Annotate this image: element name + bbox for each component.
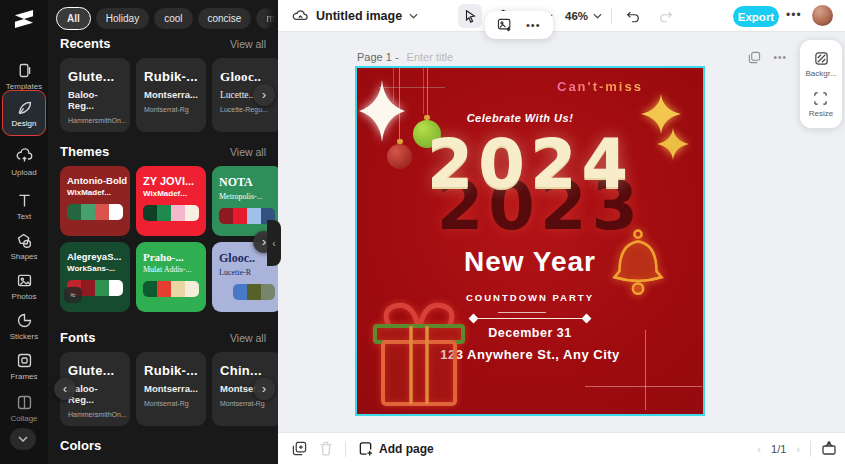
resize-tool-button[interactable]: Resize bbox=[809, 91, 833, 118]
theme-card-sub: Mulat Addis-... bbox=[143, 265, 199, 274]
replace-image-icon[interactable] bbox=[497, 18, 513, 32]
theme-swatches bbox=[67, 204, 123, 220]
themes-view-all-link[interactable]: View all bbox=[230, 146, 266, 158]
theme-card-sub: WixMadef... bbox=[143, 189, 199, 198]
app-window: Templates Design Upload Text Shapes Phot… bbox=[0, 0, 845, 464]
page-header-row: Page 1 - Enter title ••• bbox=[357, 50, 787, 64]
font-card[interactable]: Rubik-... Montserra... Montserrat-Rg bbox=[136, 352, 206, 426]
project-title-chevron-icon[interactable] bbox=[409, 13, 418, 19]
poster-tagline-text[interactable]: Can't-miss bbox=[557, 79, 677, 94]
sidebar-more-button[interactable] bbox=[10, 428, 36, 450]
theme-swatches bbox=[233, 284, 275, 300]
select-tool-button[interactable] bbox=[458, 4, 482, 28]
font-card-detail: HammersmithOn... bbox=[68, 411, 122, 418]
filter-chip-cool[interactable]: cool bbox=[154, 8, 192, 29]
theme-card-name: NOTA bbox=[219, 175, 275, 190]
theme-card-name: Antonio-Bold bbox=[67, 175, 123, 186]
theme-card-name: ZY JOVI... bbox=[143, 175, 199, 187]
panel-collapse-handle[interactable]: ‹ bbox=[267, 220, 281, 266]
redo-button[interactable] bbox=[654, 4, 678, 28]
export-button[interactable]: Export bbox=[733, 6, 779, 27]
recents-view-all-link[interactable]: View all bbox=[230, 38, 266, 50]
duplicate-page-icon[interactable] bbox=[748, 51, 761, 64]
divider bbox=[810, 441, 811, 457]
duplicate-page-button[interactable] bbox=[292, 441, 307, 456]
avatar[interactable] bbox=[812, 5, 833, 26]
zoom-chevron-icon bbox=[593, 13, 602, 19]
project-cloud-icon bbox=[292, 9, 309, 23]
poster-year-text[interactable]: 2024 bbox=[357, 125, 703, 203]
filter-chip-holiday[interactable]: Holiday bbox=[96, 8, 149, 29]
prev-page-chevron-icon[interactable]: ‹ bbox=[757, 443, 761, 455]
font-card-detail: Lucette-Regu... bbox=[220, 106, 274, 113]
sidebar-item-frames[interactable]: Frames bbox=[0, 344, 48, 388]
theme-card[interactable]: Praho-... Mulat Addis-... bbox=[136, 242, 206, 312]
capcut-logo-icon[interactable] bbox=[0, 6, 48, 32]
sidebar-item-shapes[interactable]: Shapes bbox=[0, 224, 48, 268]
sidebar-item-text[interactable]: Text bbox=[0, 184, 48, 228]
fonts-scroll-right-button[interactable]: › bbox=[253, 378, 275, 400]
theme-mix-badge: ≈ bbox=[64, 287, 82, 303]
recents-scroll-right-button[interactable]: › bbox=[253, 84, 275, 106]
editor-topbar: Untitled image 46% bbox=[278, 0, 845, 32]
font-card-style: Montserra... bbox=[144, 89, 198, 100]
background-tool-button[interactable]: Backgr... bbox=[805, 51, 836, 78]
sidebar-item-label: Collage bbox=[10, 414, 37, 423]
theme-card[interactable]: Antonio-Bold WixMadef... bbox=[60, 166, 130, 236]
section-title: Colors bbox=[60, 438, 101, 453]
filter-chip-mod[interactable]: mod bbox=[256, 8, 276, 29]
decor-line bbox=[585, 386, 702, 387]
topbar-more-icon[interactable]: ••• bbox=[786, 8, 802, 22]
theme-card[interactable]: ZY JOVI... WixMadef... bbox=[136, 166, 206, 236]
canvas-more-icon[interactable]: ••• bbox=[526, 19, 541, 31]
present-button[interactable] bbox=[821, 441, 837, 456]
canvas-side-tools: Backgr... Resize bbox=[800, 40, 842, 128]
recents-header: Recents View all bbox=[60, 36, 266, 51]
theme-swatches bbox=[143, 205, 199, 221]
colors-header: Colors bbox=[60, 438, 266, 453]
font-card-name: Chin... bbox=[220, 363, 274, 378]
project-title[interactable]: Untitled image bbox=[316, 9, 402, 23]
font-card-name: Glute... bbox=[68, 363, 122, 378]
undo-button[interactable] bbox=[621, 4, 645, 28]
font-card[interactable]: Rubik-... Montserra... Montserrat-Rg bbox=[136, 58, 206, 132]
canvas-floating-toolbar: ••• bbox=[485, 11, 553, 39]
delete-page-button[interactable] bbox=[319, 441, 333, 456]
recents-card-row: Glute... Baloo-Reg... HammersmithOn... R… bbox=[60, 58, 278, 132]
page-more-icon[interactable]: ••• bbox=[773, 52, 787, 63]
font-card-style: Montserra... bbox=[144, 383, 198, 394]
resize-label: Resize bbox=[809, 109, 833, 118]
poster-canvas[interactable]: Can't-miss Celebrate With Us! 2023 2024 … bbox=[357, 68, 703, 414]
theme-card-sub: WorkSans-... bbox=[67, 264, 123, 273]
fonts-scroll-left-button[interactable]: ‹ bbox=[54, 378, 76, 400]
add-page-label: Add page bbox=[379, 442, 434, 456]
font-card-name: Rubik-... bbox=[144, 69, 198, 84]
section-title: Fonts bbox=[60, 330, 95, 345]
section-title: Themes bbox=[60, 144, 109, 159]
sidebar-item-collage[interactable]: Collage bbox=[0, 386, 48, 430]
next-page-chevron-icon[interactable]: › bbox=[796, 443, 800, 455]
theme-swatches bbox=[143, 281, 199, 297]
font-card-detail: Montserrat-Rg bbox=[144, 400, 198, 407]
font-card-detail: Montserrat-Rg bbox=[144, 106, 198, 113]
add-page-button[interactable]: Add page bbox=[358, 441, 434, 456]
sidebar-item-stickers[interactable]: Stickers bbox=[0, 304, 48, 348]
fonts-view-all-link[interactable]: View all bbox=[230, 332, 266, 344]
filter-chip-all[interactable]: All bbox=[56, 7, 91, 30]
decor-line bbox=[645, 330, 646, 410]
font-card[interactable]: Glute... Baloo-Reg... HammersmithOn... bbox=[60, 58, 130, 132]
font-card-style: Baloo-Reg... bbox=[68, 383, 122, 405]
font-card-name: Rubik-... bbox=[144, 363, 198, 378]
poster-divider bbox=[470, 315, 590, 323]
sidebar-rail: Templates Design Upload Text Shapes Phot… bbox=[0, 0, 48, 464]
sidebar-item-design[interactable]: Design bbox=[2, 90, 46, 136]
workspace: Untitled image 46% bbox=[278, 0, 845, 464]
sidebar-item-upload[interactable]: Upload bbox=[0, 140, 48, 184]
design-panel: All Holiday cool concise mod Recents Vie… bbox=[48, 0, 278, 464]
zoom-control[interactable]: 46% bbox=[565, 10, 602, 22]
filter-chip-concise[interactable]: concise bbox=[198, 8, 252, 29]
sidebar-item-photos[interactable]: Photos bbox=[0, 264, 48, 308]
guide-line bbox=[423, 68, 424, 114]
theme-card-sub: Lucette-R bbox=[219, 268, 275, 277]
page-title-input[interactable]: Enter title bbox=[407, 51, 453, 63]
